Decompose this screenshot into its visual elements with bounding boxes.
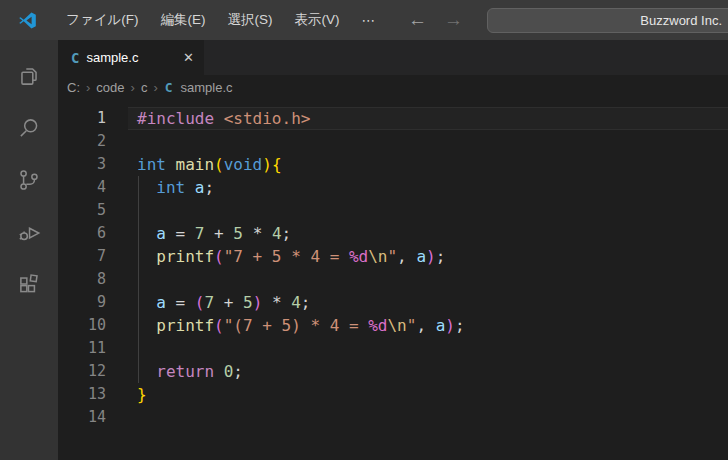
- tab-sample-c[interactable]: C sample.c ✕: [58, 40, 204, 75]
- code-line[interactable]: 11: [58, 337, 728, 360]
- code-line[interactable]: 6 a = 7 + 5 * 4;: [58, 222, 728, 245]
- line-number[interactable]: 5: [58, 199, 106, 222]
- breadcrumb-drive[interactable]: C:: [65, 80, 82, 95]
- code-text: printf("(7 + 5) * 4 = %d\n", a);: [137, 314, 465, 337]
- tab-close-icon[interactable]: ✕: [183, 50, 194, 65]
- breadcrumb: C: › code › c › C sample.c: [58, 75, 728, 100]
- code-editor[interactable]: 1#include <stdio.h>23int main(void){4 in…: [58, 100, 728, 460]
- tab-label: sample.c: [86, 50, 175, 65]
- code-text: return 0;: [137, 360, 243, 383]
- menu-view[interactable]: 表示(V): [284, 6, 351, 34]
- breadcrumb-c[interactable]: c: [139, 80, 150, 95]
- code-lines: 1#include <stdio.h>23int main(void){4 in…: [58, 107, 728, 429]
- code-line[interactable]: 4 int a;: [58, 176, 728, 199]
- line-number[interactable]: 9: [58, 291, 106, 314]
- code-line[interactable]: 10 printf("(7 + 5) * 4 = %d\n", a);: [58, 314, 728, 337]
- line-number[interactable]: 7: [58, 245, 106, 268]
- explorer-icon[interactable]: [5, 50, 53, 102]
- menu-edit[interactable]: 編集(E): [150, 6, 217, 34]
- chevron-right-icon: ›: [127, 80, 139, 95]
- code-line[interactable]: 13}: [58, 383, 728, 406]
- chevron-right-icon: ›: [149, 80, 161, 95]
- line-number[interactable]: 8: [58, 268, 106, 291]
- command-center-search[interactable]: Buzzword Inc.: [487, 8, 728, 33]
- code-line[interactable]: 8: [58, 268, 728, 291]
- code-line[interactable]: 3int main(void){: [58, 153, 728, 176]
- code-text: int a;: [137, 176, 214, 199]
- breadcrumb-code[interactable]: code: [94, 80, 126, 95]
- code-line[interactable]: 1#include <stdio.h>: [58, 107, 728, 130]
- code-text: a = 7 + 5 * 4;: [137, 222, 291, 245]
- vscode-logo-icon: [18, 11, 37, 30]
- extensions-icon[interactable]: [5, 258, 53, 310]
- source-control-icon[interactable]: [5, 154, 53, 206]
- menu-more-icon[interactable]: ⋯: [351, 7, 387, 33]
- line-number[interactable]: 10: [58, 314, 106, 337]
- c-file-icon: C: [71, 50, 79, 66]
- code-line[interactable]: 5: [58, 199, 728, 222]
- breadcrumb-file[interactable]: sample.c: [179, 80, 235, 95]
- line-number[interactable]: 12: [58, 360, 106, 383]
- tab-bar: C sample.c ✕: [58, 40, 728, 75]
- title-bar: ファイル(F) 編集(E) 選択(S) 表示(V) ⋯ ← → Buzzword…: [0, 0, 728, 40]
- line-number[interactable]: 2: [58, 130, 106, 153]
- code-line[interactable]: 14: [58, 406, 728, 429]
- line-number[interactable]: 4: [58, 176, 106, 199]
- vscode-window: ファイル(F) 編集(E) 選択(S) 表示(V) ⋯ ← → Buzzword…: [0, 0, 728, 460]
- line-number[interactable]: 14: [58, 406, 106, 429]
- line-number[interactable]: 6: [58, 222, 106, 245]
- code-line[interactable]: 2: [58, 130, 728, 153]
- chevron-right-icon: ›: [82, 80, 94, 95]
- line-number[interactable]: 3: [58, 153, 106, 176]
- code-text: int main(void){: [137, 153, 282, 176]
- code-text: #include <stdio.h>: [137, 107, 310, 130]
- code-text: }: [137, 383, 147, 406]
- code-text: a = (7 + 5) * 4;: [137, 291, 310, 314]
- menu-selection[interactable]: 選択(S): [217, 6, 284, 34]
- code-line[interactable]: 12 return 0;: [58, 360, 728, 383]
- code-text: printf("7 + 5 * 4 = %d\n", a);: [137, 245, 445, 268]
- line-number[interactable]: 1: [58, 107, 106, 130]
- code-line[interactable]: 7 printf("7 + 5 * 4 = %d\n", a);: [58, 245, 728, 268]
- c-file-icon: C: [165, 80, 173, 95]
- back-arrow-icon[interactable]: ←: [408, 0, 427, 40]
- code-line[interactable]: 9 a = (7 + 5) * 4;: [58, 291, 728, 314]
- activity-bar: [0, 40, 58, 460]
- forward-arrow-icon[interactable]: →: [444, 0, 463, 40]
- line-number[interactable]: 11: [58, 337, 106, 360]
- search-icon[interactable]: [5, 102, 53, 154]
- run-debug-icon[interactable]: [5, 206, 53, 258]
- line-number[interactable]: 13: [58, 383, 106, 406]
- menu-file[interactable]: ファイル(F): [55, 6, 150, 34]
